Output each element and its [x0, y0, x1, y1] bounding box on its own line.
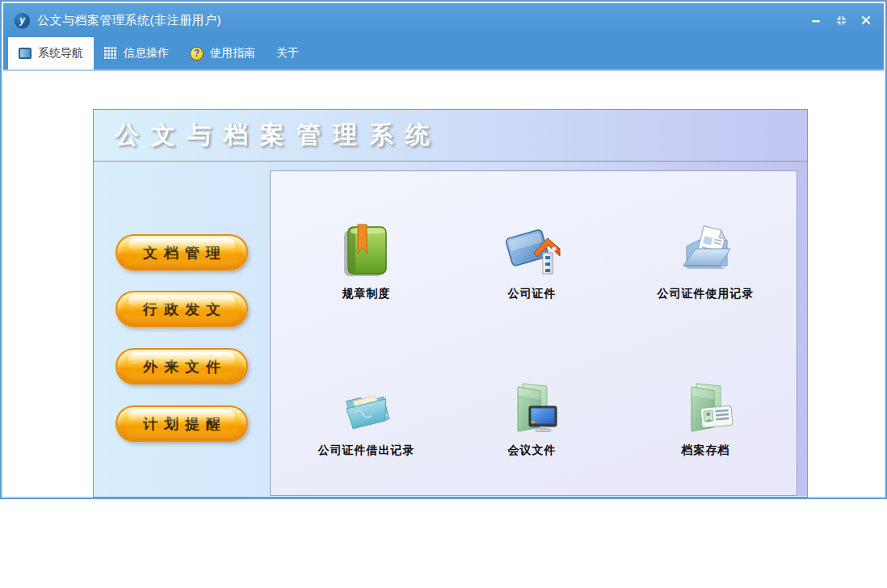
document-management-button[interactable]: 文档管理 — [116, 234, 248, 271]
tab-label: 系统导航 — [38, 46, 83, 61]
green-folder-monitor-icon — [503, 379, 561, 437]
green-folder-idcard-icon — [677, 379, 735, 437]
window-controls — [809, 14, 872, 27]
tab-label: 关于 — [276, 46, 299, 61]
tab-system-navigation[interactable]: 系统导航 — [8, 37, 94, 69]
app-window: y 公文与档案管理系统(非注册用户) — [0, 0, 887, 499]
panel-title: 公文与档案管理系统 — [115, 119, 442, 152]
tab-about[interactable]: 关于 — [266, 37, 309, 69]
title-bar: y 公文与档案管理系统(非注册用户) — [3, 3, 884, 37]
shortcut-certificate-lending-records[interactable]: 公司证件借出记录 — [284, 379, 449, 458]
close-icon — [860, 15, 872, 26]
grid-icon — [104, 47, 117, 60]
shortcuts-panel: 规章制度 — [270, 170, 797, 496]
desktop-canvas: y 公文与档案管理系统(非注册用户) — [0, 0, 887, 588]
shortcut-archive-storage[interactable]: 档案存档 — [623, 379, 788, 458]
shortcut-certificate-usage-records[interactable]: 公司证件使用记录 — [623, 222, 788, 301]
tab-info-operations[interactable]: 信息操作 — [94, 37, 179, 69]
tab-user-guide[interactable]: ? 使用指南 — [179, 37, 266, 69]
shortcut-label: 档案存档 — [623, 443, 788, 458]
panel-body: 文档管理 行政发文 外来文件 计划提醒 — [94, 162, 807, 496]
shortcut-label: 规章制度 — [284, 287, 449, 301]
blue-square-icon — [19, 48, 32, 59]
plan-reminder-button[interactable]: 计划提醒 — [116, 405, 248, 442]
minimize-button[interactable] — [809, 14, 822, 27]
teal-folder-paper-icon — [338, 379, 396, 437]
app-logo-icon: y — [15, 13, 30, 28]
open-folder-document-icon — [677, 222, 735, 280]
administrative-dispatch-button[interactable]: 行政发文 — [116, 291, 248, 327]
navigation-panel: 公文与档案管理系统 文档管理 行政发文 外来文件 计划提醒 — [93, 109, 808, 498]
tab-label: 使用指南 — [210, 46, 255, 61]
tab-label: 信息操作 — [124, 46, 169, 61]
close-button[interactable] — [860, 14, 872, 27]
blue-folder-house-icon — [503, 222, 561, 280]
tab-page-content: 公文与档案管理系统 文档管理 行政发文 外来文件 计划提醒 — [3, 73, 884, 496]
shortcut-rules-regulations[interactable]: 规章制度 — [284, 222, 449, 301]
minimize-icon — [810, 15, 822, 26]
shortcut-meeting-files[interactable]: 会议文件 — [449, 379, 615, 458]
shortcut-label: 公司证件使用记录 — [623, 287, 788, 301]
restore-button[interactable] — [834, 14, 847, 27]
window-title: 公文与档案管理系统(非注册用户) — [37, 13, 221, 28]
shortcut-label: 公司证件 — [449, 287, 615, 301]
shortcut-company-certificates[interactable]: 公司证件 — [449, 222, 615, 301]
shortcut-label: 公司证件借出记录 — [284, 443, 449, 458]
tab-bar: 系统导航 信息操作 ? 使用指南 关于 — [3, 37, 884, 71]
restore-icon — [835, 15, 847, 27]
shortcut-label: 会议文件 — [449, 443, 615, 458]
green-book-icon — [338, 222, 396, 280]
external-files-button[interactable]: 外来文件 — [116, 348, 248, 384]
help-question-icon: ? — [190, 47, 204, 61]
panel-header: 公文与档案管理系统 — [94, 110, 807, 162]
